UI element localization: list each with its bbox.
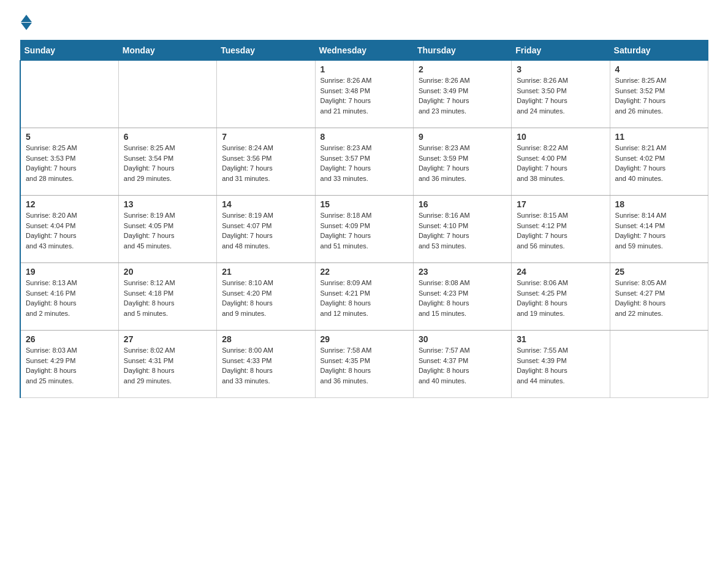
calendar-week-2: 5Sunrise: 8:25 AM Sunset: 3:53 PM Daylig…	[20, 128, 708, 196]
day-number: 14	[222, 199, 309, 209]
calendar-cell	[118, 61, 216, 128]
day-number: 28	[222, 334, 309, 344]
calendar-cell: 2Sunrise: 8:26 AM Sunset: 3:49 PM Daylig…	[413, 61, 511, 128]
day-number: 7	[222, 132, 309, 142]
day-info: Sunrise: 7:57 AM Sunset: 4:37 PM Dayligh…	[419, 345, 506, 386]
day-number: 8	[320, 132, 408, 142]
day-number: 30	[419, 334, 506, 344]
page-header	[20, 15, 708, 30]
header-sunday: Sunday	[20, 40, 118, 61]
day-number: 5	[26, 132, 113, 142]
day-info: Sunrise: 8:02 AM Sunset: 4:31 PM Dayligh…	[124, 345, 211, 386]
day-number: 20	[124, 267, 211, 277]
calendar-cell: 31Sunrise: 7:55 AM Sunset: 4:39 PM Dayli…	[512, 331, 610, 398]
day-info: Sunrise: 8:18 AM Sunset: 4:09 PM Dayligh…	[320, 210, 408, 251]
day-info: Sunrise: 8:05 AM Sunset: 4:27 PM Dayligh…	[615, 278, 703, 318]
day-number: 21	[222, 267, 309, 277]
header-thursday: Thursday	[413, 40, 511, 61]
calendar-cell: 19Sunrise: 8:13 AM Sunset: 4:16 PM Dayli…	[20, 263, 118, 331]
day-number: 31	[517, 334, 604, 344]
day-info: Sunrise: 8:26 AM Sunset: 3:50 PM Dayligh…	[517, 75, 604, 116]
day-info: Sunrise: 8:20 AM Sunset: 4:04 PM Dayligh…	[26, 210, 113, 251]
days-header-row: SundayMondayTuesdayWednesdayThursdayFrid…	[20, 40, 708, 61]
day-number: 29	[320, 334, 408, 344]
day-info: Sunrise: 8:19 AM Sunset: 4:05 PM Dayligh…	[124, 210, 211, 251]
day-number: 18	[615, 199, 703, 209]
calendar-table: SundayMondayTuesdayWednesdayThursdayFrid…	[20, 40, 708, 398]
calendar-cell: 22Sunrise: 8:09 AM Sunset: 4:21 PM Dayli…	[315, 263, 413, 331]
calendar-cell: 1Sunrise: 8:26 AM Sunset: 3:48 PM Daylig…	[315, 61, 413, 128]
calendar-cell: 10Sunrise: 8:22 AM Sunset: 4:00 PM Dayli…	[512, 128, 610, 196]
day-info: Sunrise: 8:24 AM Sunset: 3:56 PM Dayligh…	[222, 143, 309, 183]
day-info: Sunrise: 8:09 AM Sunset: 4:21 PM Dayligh…	[320, 278, 408, 318]
day-info: Sunrise: 8:14 AM Sunset: 4:14 PM Dayligh…	[615, 210, 703, 251]
calendar-cell: 6Sunrise: 8:25 AM Sunset: 3:54 PM Daylig…	[118, 128, 216, 196]
day-number: 22	[320, 267, 408, 277]
calendar-cell: 23Sunrise: 8:08 AM Sunset: 4:23 PM Dayli…	[413, 263, 511, 331]
day-number: 13	[124, 199, 211, 209]
calendar-cell: 7Sunrise: 8:24 AM Sunset: 3:56 PM Daylig…	[217, 128, 315, 196]
calendar-cell: 21Sunrise: 8:10 AM Sunset: 4:20 PM Dayli…	[217, 263, 315, 331]
calendar-cell: 3Sunrise: 8:26 AM Sunset: 3:50 PM Daylig…	[512, 61, 610, 128]
day-number: 4	[615, 64, 703, 74]
calendar-cell: 29Sunrise: 7:58 AM Sunset: 4:35 PM Dayli…	[315, 331, 413, 398]
day-info: Sunrise: 8:00 AM Sunset: 4:33 PM Dayligh…	[222, 345, 309, 386]
day-number: 24	[517, 267, 604, 277]
calendar-week-3: 12Sunrise: 8:20 AM Sunset: 4:04 PM Dayli…	[20, 196, 708, 263]
header-tuesday: Tuesday	[217, 40, 315, 61]
calendar-cell: 13Sunrise: 8:19 AM Sunset: 4:05 PM Dayli…	[118, 196, 216, 263]
day-info: Sunrise: 8:25 AM Sunset: 3:53 PM Dayligh…	[26, 143, 113, 183]
day-info: Sunrise: 8:23 AM Sunset: 3:57 PM Dayligh…	[320, 143, 408, 183]
day-number: 12	[26, 199, 113, 209]
calendar-week-5: 26Sunrise: 8:03 AM Sunset: 4:29 PM Dayli…	[20, 331, 708, 398]
header-wednesday: Wednesday	[315, 40, 413, 61]
day-number: 6	[124, 132, 211, 142]
calendar-cell: 11Sunrise: 8:21 AM Sunset: 4:02 PM Dayli…	[610, 128, 708, 196]
day-info: Sunrise: 8:21 AM Sunset: 4:02 PM Dayligh…	[615, 143, 703, 183]
day-number: 25	[615, 267, 703, 277]
day-number: 23	[419, 267, 506, 277]
day-number: 17	[517, 199, 604, 209]
day-number: 11	[615, 132, 703, 142]
header-friday: Friday	[512, 40, 610, 61]
calendar-cell: 17Sunrise: 8:15 AM Sunset: 4:12 PM Dayli…	[512, 196, 610, 263]
day-info: Sunrise: 8:22 AM Sunset: 4:00 PM Dayligh…	[517, 143, 604, 183]
calendar-cell: 4Sunrise: 8:25 AM Sunset: 3:52 PM Daylig…	[610, 61, 708, 128]
calendar-week-1: 1Sunrise: 8:26 AM Sunset: 3:48 PM Daylig…	[20, 61, 708, 128]
logo	[20, 15, 32, 30]
calendar-cell	[217, 61, 315, 128]
calendar-cell: 25Sunrise: 8:05 AM Sunset: 4:27 PM Dayli…	[610, 263, 708, 331]
calendar-cell: 30Sunrise: 7:57 AM Sunset: 4:37 PM Dayli…	[413, 331, 511, 398]
day-info: Sunrise: 8:16 AM Sunset: 4:10 PM Dayligh…	[419, 210, 506, 251]
day-info: Sunrise: 8:15 AM Sunset: 4:12 PM Dayligh…	[517, 210, 604, 251]
calendar-cell: 20Sunrise: 8:12 AM Sunset: 4:18 PM Dayli…	[118, 263, 216, 331]
calendar-cell: 26Sunrise: 8:03 AM Sunset: 4:29 PM Dayli…	[20, 331, 118, 398]
day-number: 27	[124, 334, 211, 344]
day-number: 26	[26, 334, 113, 344]
header-saturday: Saturday	[610, 40, 708, 61]
day-number: 9	[419, 132, 506, 142]
day-info: Sunrise: 7:58 AM Sunset: 4:35 PM Dayligh…	[320, 345, 408, 386]
day-info: Sunrise: 8:12 AM Sunset: 4:18 PM Dayligh…	[124, 278, 211, 318]
calendar-cell: 16Sunrise: 8:16 AM Sunset: 4:10 PM Dayli…	[413, 196, 511, 263]
day-info: Sunrise: 8:25 AM Sunset: 3:52 PM Dayligh…	[615, 75, 703, 116]
calendar-cell	[20, 61, 118, 128]
day-number: 15	[320, 199, 408, 209]
calendar-cell: 27Sunrise: 8:02 AM Sunset: 4:31 PM Dayli…	[118, 331, 216, 398]
day-number: 1	[320, 64, 408, 74]
day-info: Sunrise: 8:26 AM Sunset: 3:49 PM Dayligh…	[419, 75, 506, 116]
header-monday: Monday	[118, 40, 216, 61]
day-number: 19	[26, 267, 113, 277]
calendar-week-4: 19Sunrise: 8:13 AM Sunset: 4:16 PM Dayli…	[20, 263, 708, 331]
day-info: Sunrise: 8:23 AM Sunset: 3:59 PM Dayligh…	[419, 143, 506, 183]
day-number: 3	[517, 64, 604, 74]
day-info: Sunrise: 8:25 AM Sunset: 3:54 PM Dayligh…	[124, 143, 211, 183]
day-info: Sunrise: 7:55 AM Sunset: 4:39 PM Dayligh…	[517, 345, 604, 386]
day-info: Sunrise: 8:26 AM Sunset: 3:48 PM Dayligh…	[320, 75, 408, 116]
calendar-cell: 12Sunrise: 8:20 AM Sunset: 4:04 PM Dayli…	[20, 196, 118, 263]
day-info: Sunrise: 8:03 AM Sunset: 4:29 PM Dayligh…	[26, 345, 113, 386]
calendar-cell: 18Sunrise: 8:14 AM Sunset: 4:14 PM Dayli…	[610, 196, 708, 263]
calendar-cell: 5Sunrise: 8:25 AM Sunset: 3:53 PM Daylig…	[20, 128, 118, 196]
day-info: Sunrise: 8:19 AM Sunset: 4:07 PM Dayligh…	[222, 210, 309, 251]
day-info: Sunrise: 8:13 AM Sunset: 4:16 PM Dayligh…	[26, 278, 113, 318]
